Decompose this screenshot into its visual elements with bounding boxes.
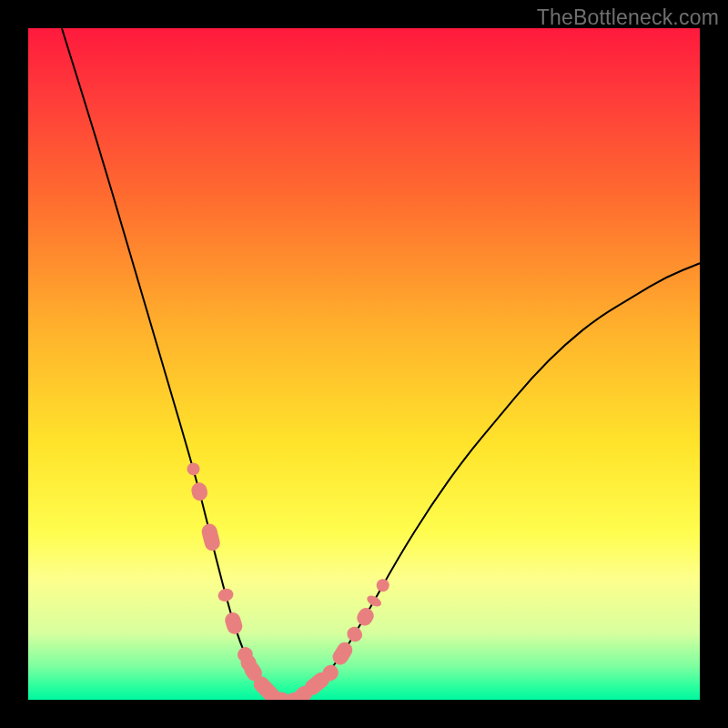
svg-rect-15	[344, 624, 365, 645]
svg-point-6	[187, 462, 200, 475]
chart-svg	[28, 28, 700, 700]
chart-canvas	[28, 28, 700, 700]
svg-point-18	[377, 579, 389, 592]
watermark-text: TheBottleneck.com	[537, 5, 719, 30]
svg-rect-14	[329, 640, 355, 668]
svg-rect-1	[200, 522, 222, 552]
svg-rect-17	[365, 593, 383, 609]
svg-rect-2	[217, 587, 235, 603]
curve-markers	[187, 462, 389, 700]
svg-rect-3	[223, 611, 244, 636]
svg-rect-0	[190, 480, 209, 502]
svg-rect-16	[354, 605, 377, 629]
bottleneck-curve	[62, 28, 700, 700]
